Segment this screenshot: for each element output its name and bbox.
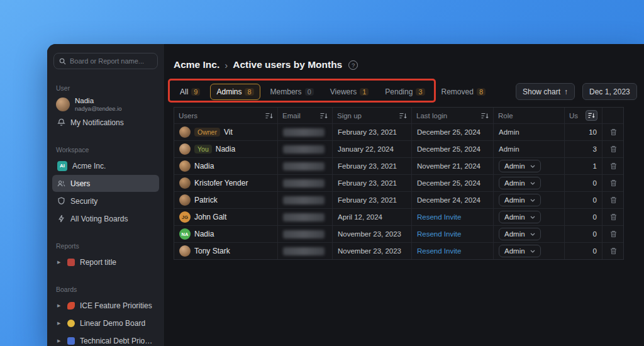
breadcrumb: Acme Inc. › Active users by Months ? (174, 59, 358, 70)
user-name: Nadia (194, 230, 214, 238)
search-placeholder: Board or Report name... (70, 57, 144, 65)
table-row: Nadia February 23, 2021 November 21, 202… (174, 157, 623, 174)
sidebar-item-board-techdebt[interactable]: ▶ Technical Debt Priori... (52, 332, 159, 346)
usage-count: 0 (565, 243, 602, 259)
last-login-date: December 25, 2024 (412, 124, 494, 140)
avatar (179, 143, 191, 155)
show-chart-button[interactable]: Show chart ↑ (516, 83, 575, 100)
expander-icon[interactable]: ▶ (57, 338, 62, 343)
trash-icon[interactable] (610, 145, 617, 153)
usage-count: 0 (565, 226, 602, 242)
sidebar-item-notifications[interactable]: My Notifications (52, 114, 159, 131)
expander-icon[interactable]: ▶ (57, 303, 62, 308)
report-icon (67, 259, 75, 266)
trash-icon[interactable] (610, 213, 617, 221)
sort-active-icon[interactable] (586, 110, 597, 121)
role-dropdown[interactable]: Admin (499, 194, 541, 206)
redacted-email (283, 162, 325, 170)
filter-tabs: All 9 Admins 8 Members 0 Viewers 1 Pendi… (174, 84, 492, 100)
trash-icon[interactable] (610, 162, 617, 170)
avatar (179, 194, 191, 206)
tab-count-badge: 9 (191, 88, 200, 96)
trash-icon[interactable] (610, 230, 617, 238)
sort-icon[interactable] (320, 113, 328, 119)
date-start-picker[interactable]: Dec 1, 2023 (582, 83, 637, 100)
user-name: Patrick (194, 196, 218, 204)
sidebar-item-board-ice[interactable]: ▶ ICE Feature Priorities (52, 297, 159, 314)
users-table: Users Email Sign up Last login (174, 107, 624, 260)
role-dropdown[interactable]: Admin (499, 211, 541, 223)
sidebar-item-security[interactable]: Security (52, 193, 159, 209)
signup-date: January 22, 2024 (333, 141, 412, 157)
avatar (179, 245, 191, 257)
col-email: Email (278, 108, 333, 123)
sidebar-item-users[interactable]: Users (52, 175, 159, 192)
role-text: Admin (494, 124, 565, 140)
col-actions (602, 108, 624, 123)
redacted-email (283, 247, 325, 255)
last-login-date: December 24, 2024 (412, 192, 494, 208)
role-dropdown[interactable]: Admin (499, 160, 541, 172)
search-input[interactable]: Board or Report name... (53, 53, 158, 69)
tab-all[interactable]: All 9 (174, 84, 206, 100)
chevron-down-icon (530, 216, 535, 219)
pepper-icon (67, 302, 75, 310)
usage-count: 3 (565, 141, 602, 157)
role-dropdown[interactable]: Admin (499, 177, 541, 189)
signup-date: November 23, 2023 (333, 243, 412, 259)
expander-icon[interactable]: ▶ (57, 321, 62, 326)
shield-icon (57, 197, 65, 205)
sidebar-item-workspace[interactable]: AI Acme Inc. (52, 157, 159, 174)
sidebar-item-report-title[interactable]: ▶ Report title (52, 254, 159, 271)
role-dropdown[interactable]: Admin (499, 245, 541, 257)
avatar (179, 177, 191, 189)
owner-badge: Owner (194, 128, 220, 137)
main-content: Acme Inc. › Active users by Months ? All… (165, 44, 644, 346)
resend-invite-link[interactable]: Resend Invite (417, 230, 461, 238)
breadcrumb-workspace[interactable]: Acme Inc. (174, 59, 219, 70)
workspace-icon: AI (57, 161, 67, 171)
user-name: Tony Stark (194, 247, 230, 255)
sidebar-item-voting-boards[interactable]: All Voting Boards (52, 210, 159, 227)
trash-icon[interactable] (610, 196, 617, 204)
signup-date: November 23, 2023 (333, 226, 412, 242)
avatar (179, 126, 191, 138)
sort-icon[interactable] (481, 113, 489, 119)
help-icon[interactable]: ? (348, 60, 358, 70)
sort-icon[interactable] (265, 113, 273, 119)
tab-pending[interactable]: Pending 3 (379, 84, 431, 100)
sidebar-item-label: Technical Debt Priori... (80, 337, 154, 345)
you-badge: You (194, 145, 212, 153)
tab-count-badge: 1 (360, 88, 369, 96)
tab-viewers[interactable]: Viewers 1 (324, 84, 375, 100)
sidebar-item-board-linear[interactable]: ▶ Linear Demo Board (52, 315, 159, 332)
table-row: Kristofer Yender February 23, 2021 Decem… (174, 174, 623, 191)
tab-removed[interactable]: Removed 8 (435, 84, 492, 100)
tab-members[interactable]: Members 0 (264, 84, 320, 100)
avatar (179, 160, 191, 172)
sidebar-item-label: Report title (80, 258, 116, 267)
table-row: YouNadia January 22, 2024 December 25, 2… (174, 140, 623, 157)
tab-admins[interactable]: Admins 8 (210, 84, 260, 100)
trash-icon[interactable] (610, 128, 617, 136)
trash-icon[interactable] (610, 179, 617, 187)
redacted-email (283, 213, 325, 221)
last-login-date: December 25, 2024 (412, 141, 494, 157)
table-row: OwnerVit February 23, 2021 December 25, … (174, 123, 623, 140)
redacted-email (283, 179, 325, 187)
current-user[interactable]: Nadia nadya@tendee.io (47, 96, 164, 113)
role-dropdown[interactable]: Admin (499, 228, 541, 240)
book-icon (67, 337, 75, 345)
resend-invite-link[interactable]: Resend Invite (417, 213, 461, 221)
last-login-date: December 25, 2024 (412, 175, 494, 191)
sidebar-item-label: Security (70, 197, 97, 206)
expander-icon[interactable]: ▶ (57, 260, 62, 265)
user-name: Nadia (194, 162, 214, 170)
tab-count-badge: 0 (305, 88, 314, 96)
tab-count-badge: 3 (416, 88, 425, 96)
col-role: Role (494, 108, 565, 123)
sort-icon[interactable] (399, 113, 407, 119)
trash-icon[interactable] (610, 247, 617, 255)
resend-invite-link[interactable]: Resend Invite (417, 247, 461, 255)
sidebar-item-label: Linear Demo Board (80, 319, 145, 328)
